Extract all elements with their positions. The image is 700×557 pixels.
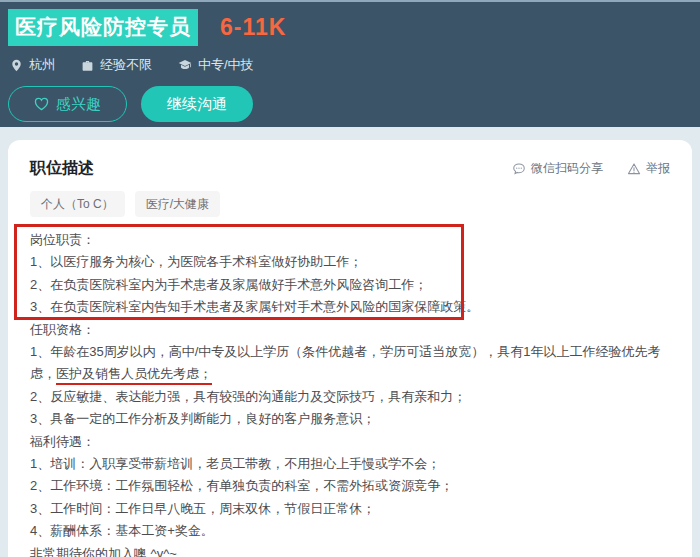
meta-location: 杭州 <box>10 56 55 74</box>
responsibility-item: 2、在负责医院科室内为手术患者及家属做好手术意外风险咨询工作； <box>30 274 670 296</box>
header-actions: 感兴趣 继续沟通 <box>8 86 690 122</box>
qualifications-title: 任职资格： <box>30 319 670 341</box>
benefit-item: 1、培训：入职享受带薪培训，老员工带教，不用担心上手慢或学不会； <box>30 453 670 475</box>
report-label: 举报 <box>646 160 670 177</box>
qualification-item: 2、反应敏捷、表达能力强，具有较强的沟通能力及交际技巧，具有亲和力； <box>30 386 670 408</box>
benefit-item: 2、工作环境：工作氛围轻松，有单独负责的科室，不需外拓或资源竞争； <box>30 475 670 497</box>
job-header: 医疗风险防控专员 6-11K 杭州 经验不限 中专/中技 感兴趣 继续沟通 <box>0 0 700 127</box>
card-header: 职位描述 微信扫码分享 举报 <box>30 158 670 178</box>
benefit-item: 4、薪酬体系：基本工资+奖金。 <box>30 520 670 542</box>
wechat-share-label: 微信扫码分享 <box>531 160 603 177</box>
qualification-item: 1、年龄在35周岁以内，高中/中专及以上学历（条件优越者，学历可适当放宽），具有… <box>30 341 670 386</box>
graduation-cap-icon <box>178 58 192 72</box>
responsibilities-title: 岗位职责： <box>30 229 670 251</box>
title-row: 医疗风险防控专员 6-11K <box>8 9 690 46</box>
salary: 6-11K <box>220 14 286 41</box>
job-description-card: 职位描述 微信扫码分享 举报 个人（To C） 医疗/大健康 岗位职责： 1、以… <box>8 140 692 557</box>
job-meta-row: 杭州 经验不限 中专/中技 <box>10 56 690 74</box>
interested-button[interactable]: 感兴趣 <box>8 86 127 122</box>
continue-chat-button[interactable]: 继续沟通 <box>141 86 253 122</box>
interested-button-label: 感兴趣 <box>56 95 101 114</box>
meta-experience: 经验不限 <box>81 56 152 74</box>
qualification-item: 3、具备一定的工作分析及判断能力，良好的客户服务意识； <box>30 408 670 430</box>
responsibilities-block: 岗位职责： 1、以医疗服务为核心，为医院各手术科室做好协助工作； 2、在负责医院… <box>30 229 670 319</box>
meta-experience-label: 经验不限 <box>100 56 152 74</box>
tag-audience: 个人（To C） <box>30 191 125 217</box>
benefit-item: 3、工作时间：工作日早八晚五，周末双休，节假日正常休； <box>30 498 670 520</box>
warning-triangle-icon <box>627 162 641 176</box>
responsibility-item: 1、以医疗服务为核心，为医院各手术科室做好协助工作； <box>30 251 670 273</box>
heart-icon <box>34 97 49 111</box>
tag-list: 个人（To C） 医疗/大健康 <box>30 191 670 217</box>
meta-education-label: 中专/中技 <box>198 56 254 74</box>
benefits-title: 福利待遇： <box>30 431 670 453</box>
card-header-links: 微信扫码分享 举报 <box>512 158 670 177</box>
meta-location-label: 杭州 <box>29 56 55 74</box>
briefcase-icon <box>81 59 94 72</box>
location-pin-icon <box>10 59 23 72</box>
tag-industry: 医疗/大健康 <box>135 191 220 217</box>
chat-bubble-icon <box>512 162 526 176</box>
report-link[interactable]: 举报 <box>627 160 670 177</box>
red-underline-annotation: 医护及销售人员优先考虑； <box>56 366 212 385</box>
job-title: 医疗风险防控专员 <box>8 9 198 46</box>
job-description-text: 岗位职责： 1、以医疗服务为核心，为医院各手术科室做好协助工作； 2、在负责医院… <box>30 229 670 557</box>
continue-chat-button-label: 继续沟通 <box>167 95 227 114</box>
responsibility-item: 3、在负责医院科室内告知手术患者及家属针对手术意外风险的国家保障政策。 <box>30 296 670 318</box>
meta-education: 中专/中技 <box>178 56 254 74</box>
section-title: 职位描述 <box>30 158 94 178</box>
closing-line: 非常期待你的加入噢 ^v^~ <box>30 543 670 557</box>
wechat-share-link[interactable]: 微信扫码分享 <box>512 160 603 177</box>
